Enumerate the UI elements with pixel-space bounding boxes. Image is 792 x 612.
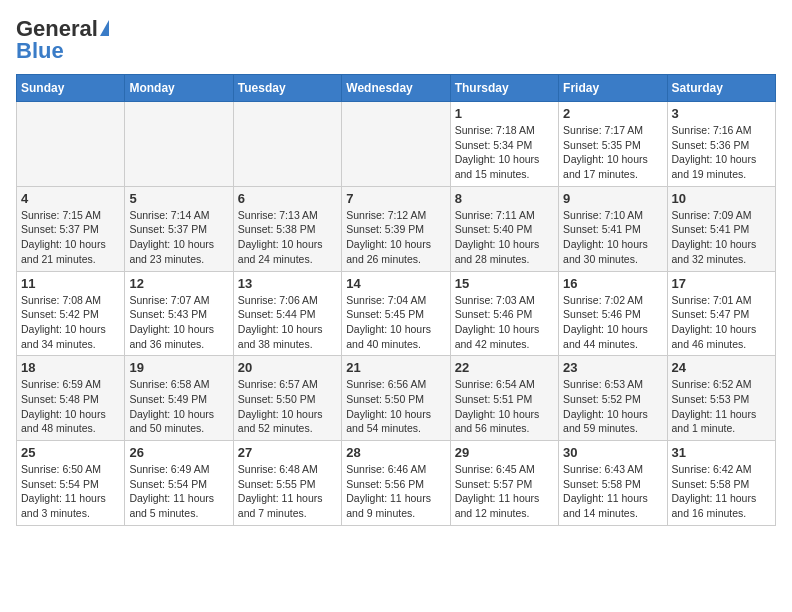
calendar-header: SundayMondayTuesdayWednesdayThursdayFrid… xyxy=(17,75,776,102)
calendar-cell: 3Sunrise: 7:16 AM Sunset: 5:36 PM Daylig… xyxy=(667,102,775,187)
day-info: Sunrise: 7:11 AM Sunset: 5:40 PM Dayligh… xyxy=(455,208,554,267)
logo: General Blue xyxy=(16,16,109,64)
calendar-cell: 1Sunrise: 7:18 AM Sunset: 5:34 PM Daylig… xyxy=(450,102,558,187)
day-info: Sunrise: 6:50 AM Sunset: 5:54 PM Dayligh… xyxy=(21,462,120,521)
day-info: Sunrise: 6:42 AM Sunset: 5:58 PM Dayligh… xyxy=(672,462,771,521)
calendar-cell: 29Sunrise: 6:45 AM Sunset: 5:57 PM Dayli… xyxy=(450,441,558,526)
day-info: Sunrise: 6:52 AM Sunset: 5:53 PM Dayligh… xyxy=(672,377,771,436)
day-of-week-thursday: Thursday xyxy=(450,75,558,102)
day-number: 6 xyxy=(238,191,337,206)
day-number: 16 xyxy=(563,276,662,291)
logo-triangle-icon xyxy=(100,20,109,36)
day-info: Sunrise: 6:46 AM Sunset: 5:56 PM Dayligh… xyxy=(346,462,445,521)
day-info: Sunrise: 6:57 AM Sunset: 5:50 PM Dayligh… xyxy=(238,377,337,436)
day-number: 14 xyxy=(346,276,445,291)
day-of-week-wednesday: Wednesday xyxy=(342,75,450,102)
calendar-cell xyxy=(125,102,233,187)
calendar-cell: 31Sunrise: 6:42 AM Sunset: 5:58 PM Dayli… xyxy=(667,441,775,526)
day-info: Sunrise: 7:17 AM Sunset: 5:35 PM Dayligh… xyxy=(563,123,662,182)
day-number: 10 xyxy=(672,191,771,206)
calendar-cell: 7Sunrise: 7:12 AM Sunset: 5:39 PM Daylig… xyxy=(342,186,450,271)
day-info: Sunrise: 7:06 AM Sunset: 5:44 PM Dayligh… xyxy=(238,293,337,352)
day-number: 15 xyxy=(455,276,554,291)
calendar-cell: 27Sunrise: 6:48 AM Sunset: 5:55 PM Dayli… xyxy=(233,441,341,526)
day-number: 24 xyxy=(672,360,771,375)
day-info: Sunrise: 7:12 AM Sunset: 5:39 PM Dayligh… xyxy=(346,208,445,267)
day-info: Sunrise: 7:01 AM Sunset: 5:47 PM Dayligh… xyxy=(672,293,771,352)
day-number: 25 xyxy=(21,445,120,460)
calendar-cell xyxy=(233,102,341,187)
day-number: 9 xyxy=(563,191,662,206)
day-of-week-sunday: Sunday xyxy=(17,75,125,102)
calendar-week-4: 18Sunrise: 6:59 AM Sunset: 5:48 PM Dayli… xyxy=(17,356,776,441)
day-number: 7 xyxy=(346,191,445,206)
calendar-cell: 21Sunrise: 6:56 AM Sunset: 5:50 PM Dayli… xyxy=(342,356,450,441)
calendar-cell: 20Sunrise: 6:57 AM Sunset: 5:50 PM Dayli… xyxy=(233,356,341,441)
day-number: 13 xyxy=(238,276,337,291)
day-info: Sunrise: 7:16 AM Sunset: 5:36 PM Dayligh… xyxy=(672,123,771,182)
calendar-cell: 5Sunrise: 7:14 AM Sunset: 5:37 PM Daylig… xyxy=(125,186,233,271)
calendar-cell: 9Sunrise: 7:10 AM Sunset: 5:41 PM Daylig… xyxy=(559,186,667,271)
day-of-week-tuesday: Tuesday xyxy=(233,75,341,102)
calendar-cell: 13Sunrise: 7:06 AM Sunset: 5:44 PM Dayli… xyxy=(233,271,341,356)
calendar-cell: 2Sunrise: 7:17 AM Sunset: 5:35 PM Daylig… xyxy=(559,102,667,187)
day-number: 20 xyxy=(238,360,337,375)
calendar-table: SundayMondayTuesdayWednesdayThursdayFrid… xyxy=(16,74,776,526)
day-number: 27 xyxy=(238,445,337,460)
day-info: Sunrise: 6:59 AM Sunset: 5:48 PM Dayligh… xyxy=(21,377,120,436)
calendar-cell: 15Sunrise: 7:03 AM Sunset: 5:46 PM Dayli… xyxy=(450,271,558,356)
day-number: 8 xyxy=(455,191,554,206)
day-info: Sunrise: 7:03 AM Sunset: 5:46 PM Dayligh… xyxy=(455,293,554,352)
calendar-week-3: 11Sunrise: 7:08 AM Sunset: 5:42 PM Dayli… xyxy=(17,271,776,356)
calendar-cell xyxy=(17,102,125,187)
day-info: Sunrise: 7:10 AM Sunset: 5:41 PM Dayligh… xyxy=(563,208,662,267)
day-info: Sunrise: 6:48 AM Sunset: 5:55 PM Dayligh… xyxy=(238,462,337,521)
day-info: Sunrise: 7:04 AM Sunset: 5:45 PM Dayligh… xyxy=(346,293,445,352)
calendar-cell: 23Sunrise: 6:53 AM Sunset: 5:52 PM Dayli… xyxy=(559,356,667,441)
logo-blue-text: Blue xyxy=(16,38,109,64)
calendar-cell xyxy=(342,102,450,187)
calendar-cell: 4Sunrise: 7:15 AM Sunset: 5:37 PM Daylig… xyxy=(17,186,125,271)
day-number: 12 xyxy=(129,276,228,291)
day-info: Sunrise: 6:43 AM Sunset: 5:58 PM Dayligh… xyxy=(563,462,662,521)
calendar-cell: 24Sunrise: 6:52 AM Sunset: 5:53 PM Dayli… xyxy=(667,356,775,441)
day-number: 5 xyxy=(129,191,228,206)
day-number: 26 xyxy=(129,445,228,460)
day-info: Sunrise: 6:56 AM Sunset: 5:50 PM Dayligh… xyxy=(346,377,445,436)
calendar-cell: 6Sunrise: 7:13 AM Sunset: 5:38 PM Daylig… xyxy=(233,186,341,271)
day-info: Sunrise: 6:49 AM Sunset: 5:54 PM Dayligh… xyxy=(129,462,228,521)
day-info: Sunrise: 7:09 AM Sunset: 5:41 PM Dayligh… xyxy=(672,208,771,267)
day-number: 18 xyxy=(21,360,120,375)
day-number: 2 xyxy=(563,106,662,121)
calendar-cell: 25Sunrise: 6:50 AM Sunset: 5:54 PM Dayli… xyxy=(17,441,125,526)
day-number: 30 xyxy=(563,445,662,460)
day-number: 1 xyxy=(455,106,554,121)
calendar-cell: 17Sunrise: 7:01 AM Sunset: 5:47 PM Dayli… xyxy=(667,271,775,356)
day-info: Sunrise: 6:45 AM Sunset: 5:57 PM Dayligh… xyxy=(455,462,554,521)
day-info: Sunrise: 7:08 AM Sunset: 5:42 PM Dayligh… xyxy=(21,293,120,352)
day-number: 22 xyxy=(455,360,554,375)
day-info: Sunrise: 6:53 AM Sunset: 5:52 PM Dayligh… xyxy=(563,377,662,436)
calendar-cell: 18Sunrise: 6:59 AM Sunset: 5:48 PM Dayli… xyxy=(17,356,125,441)
day-info: Sunrise: 7:07 AM Sunset: 5:43 PM Dayligh… xyxy=(129,293,228,352)
day-of-week-friday: Friday xyxy=(559,75,667,102)
day-info: Sunrise: 7:13 AM Sunset: 5:38 PM Dayligh… xyxy=(238,208,337,267)
calendar-cell: 12Sunrise: 7:07 AM Sunset: 5:43 PM Dayli… xyxy=(125,271,233,356)
calendar-cell: 11Sunrise: 7:08 AM Sunset: 5:42 PM Dayli… xyxy=(17,271,125,356)
calendar-cell: 10Sunrise: 7:09 AM Sunset: 5:41 PM Dayli… xyxy=(667,186,775,271)
day-number: 28 xyxy=(346,445,445,460)
calendar-week-2: 4Sunrise: 7:15 AM Sunset: 5:37 PM Daylig… xyxy=(17,186,776,271)
day-info: Sunrise: 7:02 AM Sunset: 5:46 PM Dayligh… xyxy=(563,293,662,352)
day-number: 19 xyxy=(129,360,228,375)
calendar-cell: 28Sunrise: 6:46 AM Sunset: 5:56 PM Dayli… xyxy=(342,441,450,526)
day-of-week-monday: Monday xyxy=(125,75,233,102)
day-info: Sunrise: 7:18 AM Sunset: 5:34 PM Dayligh… xyxy=(455,123,554,182)
calendar-cell: 19Sunrise: 6:58 AM Sunset: 5:49 PM Dayli… xyxy=(125,356,233,441)
calendar-cell: 26Sunrise: 6:49 AM Sunset: 5:54 PM Dayli… xyxy=(125,441,233,526)
day-number: 21 xyxy=(346,360,445,375)
day-info: Sunrise: 6:54 AM Sunset: 5:51 PM Dayligh… xyxy=(455,377,554,436)
day-number: 17 xyxy=(672,276,771,291)
day-of-week-saturday: Saturday xyxy=(667,75,775,102)
day-info: Sunrise: 6:58 AM Sunset: 5:49 PM Dayligh… xyxy=(129,377,228,436)
day-info: Sunrise: 7:14 AM Sunset: 5:37 PM Dayligh… xyxy=(129,208,228,267)
